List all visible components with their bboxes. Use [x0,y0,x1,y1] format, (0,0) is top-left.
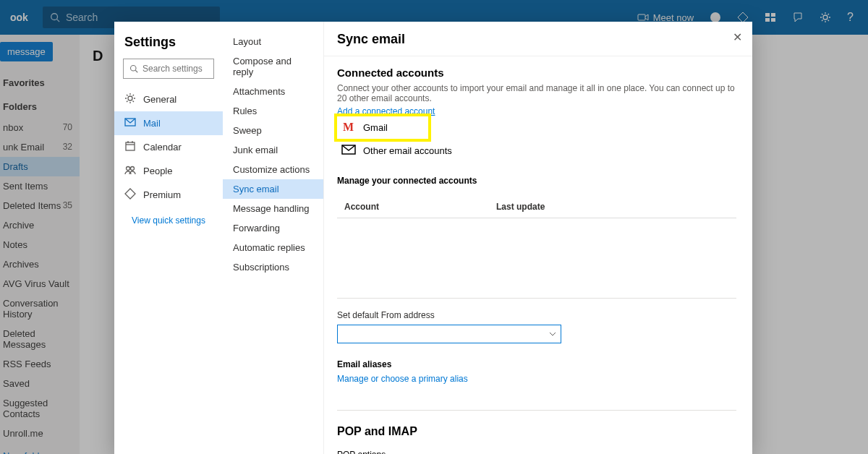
category-label: Calendar [143,142,182,153]
settings-subnav: LayoutCompose and replyAttachmentsRulesS… [223,22,324,454]
subnav-item[interactable]: Layout [223,32,323,51]
envelope-icon [341,145,356,157]
manage-alias-link[interactable]: Manage or choose a primary alias [337,374,736,384]
connected-accounts-desc: Connect your other accounts to import yo… [337,83,736,103]
svg-point-18 [131,167,135,171]
settings-title: Settings [114,30,223,56]
other-account-option[interactable]: Other email accounts [337,139,736,163]
calendar-icon [124,140,136,154]
connected-accounts-heading: Connected accounts [337,67,736,79]
gmail-icon [341,123,356,133]
subnav-item[interactable]: Message handling [223,199,323,218]
subnav-item[interactable]: Forwarding [223,218,323,238]
category-item[interactable]: Premium [114,183,223,207]
mail-icon [124,116,136,130]
settings-categories: Settings Search settings GeneralMailCale… [114,22,223,454]
subnav-item[interactable]: Automatic replies [223,238,323,257]
gmail-option[interactable]: Gmail [337,116,428,139]
close-icon[interactable]: ✕ [733,30,742,44]
quick-settings-link[interactable]: View quick settings [114,215,223,226]
settings-modal: Settings Search settings GeneralMailCale… [114,22,752,454]
search-icon [129,64,138,73]
accounts-table-header: Account Last update [337,196,736,218]
col-account: Account [337,202,496,212]
category-label: General [143,94,176,105]
gmail-label: Gmail [363,122,388,133]
settings-search-placeholder: Search settings [142,64,203,74]
svg-point-17 [127,167,130,171]
settings-search[interactable]: Search settings [123,59,214,79]
pane-title: Sync email [324,22,752,56]
subnav-item[interactable]: Customize actions [223,160,323,179]
subnav-item[interactable]: Junk email [223,140,323,160]
default-from-select[interactable] [337,325,561,343]
subnav-item[interactable]: Sync email [223,179,323,199]
category-label: People [143,166,172,176]
subnav-item[interactable]: Sweep [223,121,323,140]
subnav-item[interactable]: Compose and reply [223,51,323,82]
email-aliases-heading: Email aliases [337,359,736,369]
other-account-label: Other email accounts [363,145,452,156]
svg-rect-13 [126,142,135,150]
category-label: Mail [143,118,161,129]
manage-accounts-heading: Manage your connected accounts [337,176,736,186]
diamond-icon [124,188,136,202]
subnav-item[interactable]: Rules [223,101,323,121]
pop-options-heading: POP options [337,450,736,454]
svg-point-11 [128,96,132,100]
category-label: Premium [143,189,181,200]
gear-icon [124,93,136,106]
category-item[interactable]: Calendar [114,135,223,159]
people-icon [124,164,136,178]
category-item[interactable]: Mail [114,111,223,135]
col-last-update: Last update [496,202,545,212]
category-item[interactable]: People [114,159,223,183]
chevron-down-icon [549,330,556,338]
settings-pane: ✕ Sync email Connected accounts Connect … [324,22,752,454]
svg-point-9 [131,66,137,72]
add-account-link[interactable]: Add a connected account [337,106,736,116]
category-item[interactable]: General [114,87,223,111]
subnav-item[interactable]: Subscriptions [223,257,323,277]
subnav-item[interactable]: Attachments [223,82,323,101]
default-from-label: Set default From address [337,310,736,320]
svg-line-10 [135,70,137,72]
pop-imap-heading: POP and IMAP [337,410,736,438]
